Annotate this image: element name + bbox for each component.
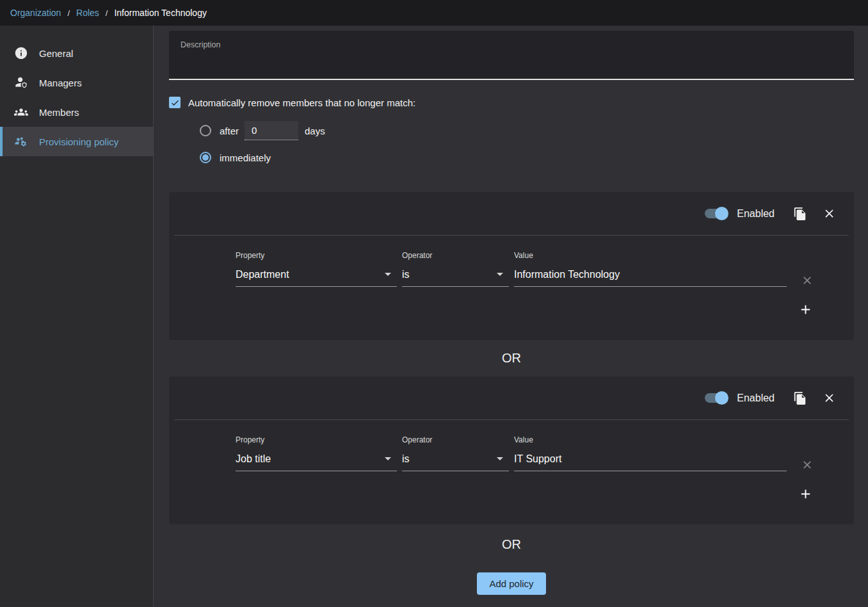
close-icon	[823, 207, 836, 220]
auto-remove-label: Automatically remove members that no lon…	[188, 97, 415, 108]
property-value: Job title	[236, 453, 271, 465]
days-count-value: 0	[252, 125, 257, 136]
toggle-thumb	[715, 207, 728, 220]
duplicate-policy-button[interactable]	[793, 207, 807, 221]
description-field[interactable]: Description	[169, 31, 854, 80]
manager-shield-icon	[14, 76, 28, 90]
property-select[interactable]: Department	[236, 268, 397, 287]
sidebar-item-label: Managers	[39, 77, 82, 88]
plus-icon	[798, 302, 813, 317]
operator-label: Operator	[402, 435, 509, 444]
breadcrumb-separator: /	[67, 8, 70, 18]
value-label: Value	[514, 435, 787, 444]
toggle-thumb	[715, 391, 728, 405]
or-separator: OR	[169, 524, 854, 564]
breadcrumb-separator: /	[106, 8, 108, 18]
checkmark-icon	[170, 98, 180, 108]
members-group-icon	[14, 105, 28, 119]
after-label: after	[220, 125, 239, 136]
add-condition-button[interactable]	[798, 302, 813, 317]
sidebar-item-label: Members	[39, 107, 79, 118]
chevron-down-icon	[385, 457, 391, 460]
sidebar-item-managers[interactable]: Managers	[0, 68, 153, 97]
property-select[interactable]: Job title	[236, 452, 397, 471]
condition-row: Property Department Operator is	[236, 251, 814, 287]
value-label: Value	[514, 251, 787, 260]
sidebar-item-provisioning-policy[interactable]: Provisioning policy	[0, 127, 153, 156]
operator-value: is	[402, 269, 410, 280]
copy-icon	[793, 207, 807, 221]
delete-policy-button[interactable]	[823, 391, 836, 405]
policy-card-2: Enabled Property	[169, 376, 854, 524]
or-label: OR	[502, 537, 521, 552]
close-icon	[823, 391, 836, 405]
chevron-down-icon	[385, 273, 391, 276]
property-label: Property	[236, 251, 397, 260]
plus-icon	[798, 487, 813, 501]
sidebar-item-label: General	[39, 48, 73, 59]
policy-enabled-label: Enabled	[737, 208, 775, 220]
delete-policy-button[interactable]	[823, 207, 836, 220]
info-icon	[14, 46, 28, 60]
value-text: Information Technology	[514, 269, 620, 280]
or-label: OR	[502, 351, 521, 366]
breadcrumb-current-page: Information Technology	[114, 8, 207, 18]
immediately-radio[interactable]	[200, 152, 211, 163]
condition-row: Property Job title Operator is	[236, 435, 814, 471]
chevron-down-icon	[497, 457, 503, 460]
after-days-radio[interactable]	[200, 125, 211, 136]
property-value: Department	[236, 269, 289, 280]
property-label: Property	[236, 435, 397, 444]
days-count-input[interactable]: 0	[245, 121, 298, 140]
policy-enabled-toggle[interactable]	[705, 209, 727, 218]
chevron-down-icon	[497, 273, 503, 276]
remove-condition-button[interactable]	[801, 458, 814, 471]
value-input[interactable]: IT Support	[514, 452, 787, 471]
copy-icon	[793, 391, 807, 405]
close-icon	[801, 274, 814, 287]
operator-select[interactable]: is	[402, 452, 509, 471]
sidebar-item-members[interactable]: Members	[0, 97, 153, 127]
description-label: Description	[181, 40, 842, 49]
value-text: IT Support	[514, 453, 561, 465]
breadcrumb-roles-link[interactable]: Roles	[76, 8, 99, 18]
auto-remove-checkbox[interactable]	[169, 97, 181, 108]
immediately-label: immediately	[220, 152, 271, 163]
close-icon	[801, 458, 814, 471]
sidebar: General Managers Members	[0, 26, 154, 607]
operator-value: is	[402, 453, 410, 465]
provisioning-gear-icon	[14, 134, 28, 149]
value-input[interactable]: Information Technology	[514, 268, 787, 287]
policy-enabled-label: Enabled	[737, 393, 775, 404]
sidebar-item-label: Provisioning policy	[39, 136, 118, 147]
breadcrumb: Organization / Roles / Information Techn…	[0, 0, 868, 26]
days-suffix-label: days	[305, 125, 325, 136]
operator-label: Operator	[402, 251, 509, 260]
remove-condition-button[interactable]	[801, 274, 814, 287]
duplicate-policy-button[interactable]	[793, 391, 807, 405]
add-policy-button[interactable]: Add policy	[477, 572, 546, 595]
breadcrumb-organization-link[interactable]: Organization	[10, 8, 61, 18]
policy-card-1: Enabled Property	[169, 192, 854, 340]
provisioning-policy-panel: Description Automatically remove members…	[154, 26, 868, 607]
policy-enabled-toggle[interactable]	[705, 393, 727, 403]
or-separator: OR	[169, 340, 854, 376]
sidebar-item-general[interactable]: General	[0, 38, 153, 68]
add-condition-button[interactable]	[798, 487, 813, 501]
operator-select[interactable]: is	[402, 268, 509, 287]
